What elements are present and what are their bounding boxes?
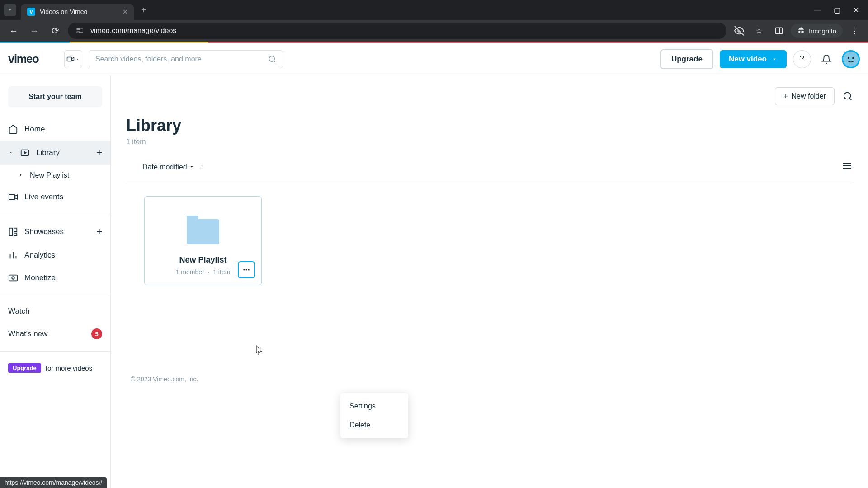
close-window-icon[interactable]: ✕: [853, 6, 859, 14]
minimize-icon[interactable]: —: [814, 6, 821, 14]
app-header: vimeo Upgrade New video ?: [0, 43, 868, 75]
nav-label: Home: [24, 125, 102, 134]
menu-icon[interactable]: ⋮: [846, 23, 863, 39]
record-dropdown-button[interactable]: [64, 50, 82, 68]
chevron-right-icon: [18, 172, 24, 179]
close-tab-icon[interactable]: ×: [123, 7, 127, 17]
page-title: Library: [126, 116, 853, 135]
maximize-icon[interactable]: ▢: [834, 6, 840, 14]
list-view-toggle[interactable]: [842, 160, 853, 174]
upgrade-text: for more videos: [46, 364, 92, 372]
svg-rect-5: [776, 28, 783, 33]
sidepanel-icon[interactable]: [771, 23, 787, 39]
new-folder-label: New folder: [792, 92, 826, 100]
svg-point-24: [12, 277, 14, 279]
item-count: 1 item: [126, 138, 853, 146]
svg-point-13: [852, 57, 854, 59]
incognito-badge[interactable]: Incognito: [791, 24, 843, 38]
main-content: + New folder Library 1 item Date modifie…: [111, 75, 868, 488]
nav-label: New Playlist: [30, 171, 102, 179]
add-showcase-icon[interactable]: +: [96, 226, 102, 238]
svg-point-32: [248, 269, 250, 271]
status-bar: https://vimeo.com/manage/videos#: [0, 477, 107, 488]
library-icon: [20, 148, 30, 158]
footer-copyright: © 2023 Vimeo.com, Inc.: [126, 285, 853, 383]
sidebar-item-home[interactable]: Home: [0, 118, 110, 141]
svg-rect-1: [77, 32, 79, 33]
window-controls: — ▢ ✕: [814, 6, 868, 14]
card-more-button[interactable]: [238, 261, 255, 278]
svg-rect-16: [9, 195, 15, 200]
nav-label: What's new: [8, 329, 85, 338]
browser-toolbar: ← → ⟳ vimeo.com/manage/videos ☆ Incognit…: [0, 20, 868, 42]
analytics-icon: [8, 250, 18, 260]
sidebar-item-live-events[interactable]: Live events: [0, 186, 110, 208]
context-menu: Settings Delete: [340, 393, 408, 438]
nav-label: Watch: [8, 307, 102, 316]
sidebar-item-showcases[interactable]: Showcases +: [0, 220, 110, 244]
start-team-button[interactable]: Start your team: [8, 86, 102, 107]
upgrade-prompt[interactable]: Upgrade for more videos: [0, 357, 110, 379]
svg-rect-18: [14, 228, 17, 231]
chevron-down-icon: [189, 164, 194, 169]
chevron-down-icon: [771, 56, 778, 62]
svg-point-9: [269, 56, 274, 61]
sort-direction-button[interactable]: ↓: [200, 163, 203, 171]
new-tab-button[interactable]: +: [134, 5, 154, 15]
forward-button[interactable]: →: [26, 23, 42, 39]
svg-rect-19: [14, 233, 17, 236]
back-button[interactable]: ←: [5, 23, 22, 39]
tab-search-dropdown[interactable]: [4, 4, 16, 16]
address-bar[interactable]: vimeo.com/manage/videos: [68, 23, 726, 39]
svg-point-30: [243, 269, 245, 271]
nav-label: Library: [36, 148, 90, 157]
context-menu-delete[interactable]: Delete: [340, 416, 408, 435]
new-video-label: New video: [729, 55, 767, 64]
sort-dropdown[interactable]: Date modified: [142, 163, 194, 171]
search-box[interactable]: [89, 50, 283, 68]
svg-point-12: [848, 57, 849, 59]
divider: [0, 295, 110, 295]
search-input[interactable]: [95, 55, 268, 63]
folder-icon: [187, 219, 219, 244]
home-icon: [8, 124, 18, 134]
sidebar-item-monetize[interactable]: Monetize: [0, 267, 110, 289]
sidebar-item-library[interactable]: Library +: [0, 141, 110, 165]
bookmark-star-icon[interactable]: ☆: [751, 23, 767, 39]
notification-badge: 5: [91, 328, 102, 339]
reload-button[interactable]: ⟳: [47, 23, 63, 39]
notifications-button[interactable]: [817, 50, 835, 68]
site-settings-icon[interactable]: [75, 26, 85, 36]
add-library-icon[interactable]: +: [96, 147, 102, 159]
folder-card[interactable]: New Playlist 1 member · 1 item: [144, 196, 262, 285]
nav-label: Analytics: [24, 251, 102, 260]
svg-rect-17: [9, 228, 12, 236]
sidebar-item-analytics[interactable]: Analytics: [0, 244, 110, 267]
incognito-icon: [797, 27, 805, 35]
help-button[interactable]: ?: [793, 50, 811, 68]
svg-rect-8: [67, 57, 72, 61]
browser-tab-strip: v Videos on Vimeo × + — ▢ ✕: [0, 0, 868, 20]
incognito-label: Incognito: [809, 27, 836, 35]
svg-point-31: [246, 269, 247, 271]
sidebar-item-watch[interactable]: Watch: [0, 300, 110, 322]
svg-line-10: [274, 61, 275, 62]
eye-off-icon[interactable]: [731, 23, 747, 39]
browser-tab[interactable]: v Videos on Vimeo ×: [21, 4, 134, 20]
svg-point-25: [844, 93, 851, 99]
vimeo-logo[interactable]: vimeo: [8, 52, 58, 66]
search-icon: [268, 55, 276, 63]
search-library-button[interactable]: [843, 91, 853, 101]
new-video-button[interactable]: New video: [720, 50, 787, 68]
svg-rect-23: [9, 275, 17, 281]
context-menu-settings[interactable]: Settings: [340, 397, 408, 416]
svg-marker-15: [24, 151, 26, 154]
new-folder-button[interactable]: + New folder: [775, 87, 835, 105]
svg-point-11: [844, 52, 858, 66]
divider: [0, 214, 110, 214]
svg-line-26: [849, 98, 851, 100]
user-avatar[interactable]: [842, 50, 860, 68]
sidebar-item-whats-new[interactable]: What's new 5: [0, 322, 110, 346]
upgrade-button[interactable]: Upgrade: [660, 49, 713, 69]
sidebar-item-new-playlist[interactable]: New Playlist: [0, 165, 110, 186]
